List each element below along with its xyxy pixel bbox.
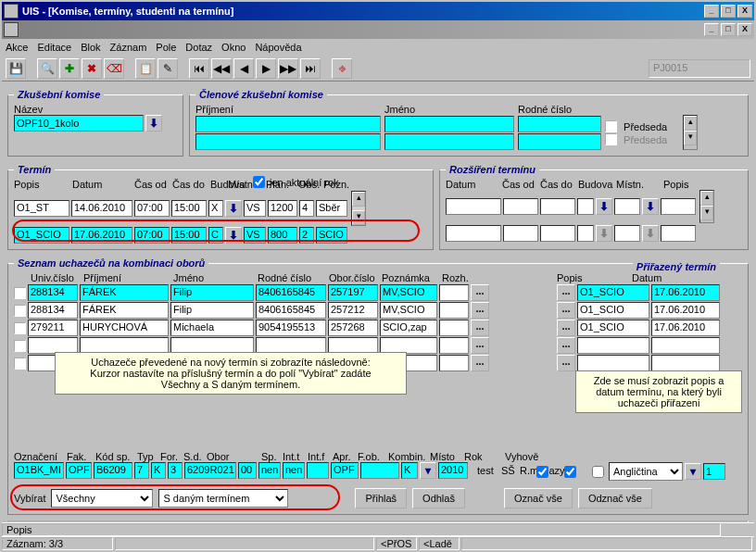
exit-icon[interactable]: ⎆ [332,58,352,79]
d-val-2[interactable]: B6209 [94,462,132,479]
menu-pole[interactable]: Pole [156,42,176,53]
menu-okno[interactable]: Okno [221,42,246,53]
d-val-0[interactable]: O1BK_MI [14,462,64,479]
jazyk-select[interactable]: Angličtina [609,462,683,481]
s-rc[interactable]: 9054195513 [256,320,326,336]
s-rc[interactable]: 8406165845 [256,284,326,301]
d-val-1[interactable]: OPF [66,462,92,479]
p-detail-button[interactable]: ... [557,355,575,371]
roz-mistn[interactable] [614,198,640,215]
s-detail-button[interactable]: ... [471,302,489,319]
s-oc[interactable]: 257212 [328,302,378,319]
s-rozh[interactable] [439,284,469,301]
s-rc[interactable]: 8406165845 [256,302,326,319]
d-val-14[interactable]: 2010 [438,462,468,479]
termin-do[interactable]: 15:00 [171,227,207,244]
s-detail-button[interactable]: ... [471,284,489,301]
s-pozn[interactable]: MV,SCIO [380,284,437,301]
row-checkbox[interactable] [14,340,26,352]
termin-plan[interactable]: 800 [268,227,297,244]
p-datum[interactable] [651,337,720,354]
roz-scroll-down[interactable]: ▾ [700,206,713,220]
p-datum[interactable]: 17.06.2010 [651,284,720,301]
aktualni-checkbox[interactable] [253,176,265,188]
menu-editace[interactable]: Editace [37,42,71,53]
termin-popis[interactable]: O1_SCIO [14,227,69,244]
s-detail-button[interactable]: ... [471,320,489,336]
predseda-2-checkbox[interactable] [605,133,617,145]
child-maximize-button[interactable]: □ [721,23,736,36]
s-rozh[interactable] [439,320,469,336]
p-detail-button[interactable]: ... [557,320,575,336]
s-pozn[interactable]: SCIO,zap [380,320,437,336]
s-rozh[interactable] [439,302,469,319]
clen-prijmeni-2[interactable] [195,133,381,150]
pr-input[interactable] [703,463,725,480]
predseda-1-checkbox[interactable] [605,120,617,132]
ss-checkbox[interactable] [564,466,576,478]
p-popis[interactable] [577,355,649,371]
s-uc[interactable]: 288134 [28,302,78,319]
roz-mistn-lov-2[interactable]: ⬇ [642,225,659,242]
next-block-icon[interactable]: ▶▶ [278,58,298,79]
last-icon[interactable]: ⏭ [300,58,321,79]
termin-bud-lov[interactable]: ⬇ [225,227,242,244]
odhlas-button[interactable]: Odhlaš [412,488,465,508]
clear-icon[interactable]: ⌫ [104,58,124,79]
d-val-11[interactable]: OPF [331,462,359,479]
d-val-5[interactable]: 3 [168,462,183,479]
p-datum[interactable]: 17.06.2010 [651,320,720,336]
maximize-button[interactable]: □ [721,5,736,18]
save-icon[interactable]: 💾 [6,58,26,79]
add-icon[interactable]: ✚ [59,58,80,79]
roz-popis[interactable] [661,198,696,215]
termin-do[interactable]: 15:00 [171,200,207,217]
prihlas-button[interactable]: Přihlaš [355,488,407,508]
vybirat-select-2[interactable]: S daným termínem [158,489,288,508]
termin-od[interactable]: 07:00 [134,227,170,244]
s-detail-button[interactable]: ... [471,355,489,371]
p-popis[interactable]: O1_SCIO [577,320,649,336]
p-datum[interactable]: 17.06.2010 [651,302,720,319]
s-uc[interactable]: 288134 [28,284,78,301]
row-checkbox[interactable] [14,287,26,299]
roz-do[interactable] [540,198,575,215]
d-val-4[interactable]: K [151,462,166,479]
termin-datum[interactable]: 14.06.2010 [71,200,132,217]
s-oc[interactable]: 257268 [328,320,378,336]
termin-mistn[interactable]: VS [244,227,266,244]
delete-icon[interactable]: ✖ [82,58,102,79]
s-uc[interactable]: 279211 [28,320,78,336]
roz-od-2[interactable] [503,225,538,242]
d-val-9[interactable]: nen [283,462,305,479]
prev-block-icon[interactable]: ◀◀ [211,58,232,79]
termin-od[interactable]: 07:00 [134,200,170,217]
s-jm[interactable]: Filip [170,284,254,301]
s-jm[interactable]: Filip [170,302,254,319]
note-icon[interactable]: ✎ [158,58,178,79]
edit-icon[interactable]: 📋 [135,58,156,79]
p-popis[interactable] [577,337,649,354]
s-detail-button[interactable]: ... [471,337,489,354]
roz-od[interactable] [503,198,538,215]
clenove-scroll-down[interactable]: ▾ [684,131,697,145]
roz-scroll-up[interactable]: ▴ [700,191,713,206]
odznac-button[interactable]: Odznač vše [578,488,652,508]
row-checkbox[interactable] [14,322,26,334]
termin-popis[interactable]: O1_ST [14,200,69,217]
nazev-input[interactable] [14,115,144,132]
roz-datum[interactable] [446,198,501,215]
roz-datum-2[interactable] [446,225,501,242]
p-detail-button[interactable]: ... [557,302,575,319]
s-oc[interactable]: 257197 [328,284,378,301]
menu-dotaz[interactable]: Dotaz [185,42,212,53]
termin-bud[interactable]: C [208,227,223,244]
clen-prijmeni-1[interactable] [195,116,381,132]
termin-plan[interactable]: 1200 [268,200,297,217]
next-icon[interactable]: ▶ [256,58,276,79]
close-button[interactable]: X [737,5,752,18]
roz-bud-lov[interactable]: ⬇ [596,198,612,215]
child-close-button[interactable]: X [737,23,752,36]
row-checkbox[interactable] [14,358,26,370]
s-pr[interactable]: FÁREK [80,302,169,319]
